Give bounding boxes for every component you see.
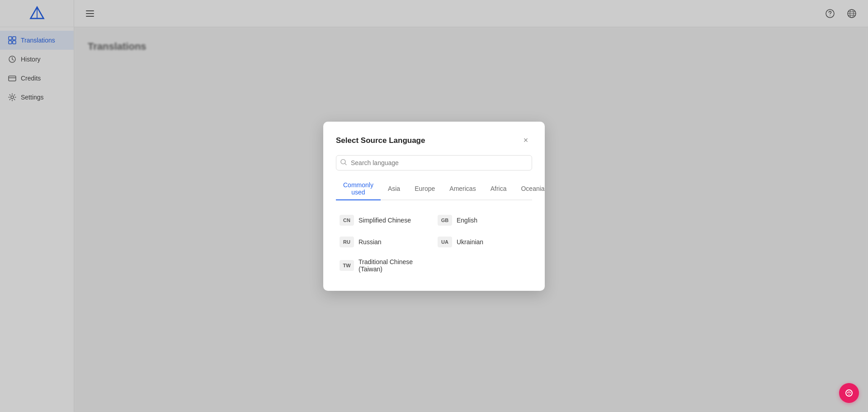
floating-action-icon: [844, 388, 854, 398]
list-item[interactable]: CN Simplified Chinese: [336, 209, 434, 231]
search-language-input[interactable]: [336, 155, 532, 170]
modal-overlay: Select Source Language × Commonly used A…: [0, 0, 868, 412]
select-source-language-modal: Select Source Language × Commonly used A…: [323, 122, 545, 291]
tab-americas[interactable]: Americas: [442, 178, 483, 200]
language-grid: CN Simplified Chinese GB English RU Russ…: [336, 209, 532, 278]
lang-name-tw: Traditional Chinese (Taiwan): [359, 258, 430, 273]
tab-oceania[interactable]: Oceania: [514, 178, 552, 200]
lang-code-ru: RU: [340, 237, 354, 247]
modal-title: Select Source Language: [336, 136, 425, 145]
lang-name-ru: Russian: [359, 238, 382, 246]
lang-name-ua: Ukrainian: [457, 238, 483, 246]
lang-name-cn: Simplified Chinese: [359, 217, 411, 224]
modal-close-button[interactable]: ×: [519, 134, 532, 147]
tab-commonly-used[interactable]: Commonly used: [336, 178, 381, 200]
language-tabs: Commonly used Asia Europe Americas Afric…: [336, 178, 532, 200]
tab-europe[interactable]: Europe: [407, 178, 442, 200]
list-item[interactable]: RU Russian: [336, 231, 434, 253]
search-wrapper: [336, 155, 532, 170]
lang-code-gb: GB: [438, 215, 452, 226]
list-item[interactable]: UA Ukrainian: [434, 231, 532, 253]
svg-point-19: [846, 390, 852, 396]
modal-header: Select Source Language ×: [336, 134, 532, 147]
lang-code-ua: UA: [438, 237, 452, 247]
lang-code-tw: TW: [340, 260, 354, 271]
lang-name-gb: English: [457, 217, 477, 224]
lang-code-cn: CN: [340, 215, 354, 226]
tab-asia[interactable]: Asia: [381, 178, 407, 200]
tab-africa[interactable]: Africa: [483, 178, 514, 200]
floating-action-button[interactable]: [839, 383, 859, 403]
list-item[interactable]: TW Traditional Chinese (Taiwan): [336, 253, 434, 278]
list-item[interactable]: GB English: [434, 209, 532, 231]
